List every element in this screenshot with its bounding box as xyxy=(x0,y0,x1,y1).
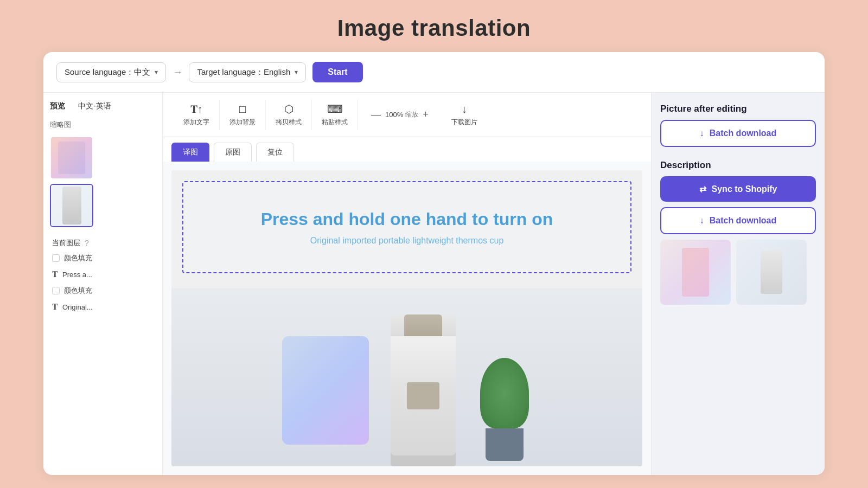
add-text-icon: 𝐓↑ xyxy=(190,103,203,115)
product-image-area xyxy=(171,288,642,466)
tab-original[interactable]: 原图 xyxy=(214,143,252,162)
top-bar: Source language：中文 ▾ → Target language：E… xyxy=(43,52,825,93)
thumbnail-container xyxy=(50,136,156,227)
add-background-tool[interactable]: □ 添加背景 xyxy=(220,100,266,130)
batch-download-1-label: Batch download xyxy=(710,129,777,138)
plant-pot xyxy=(486,428,524,461)
page-title: Image translation xyxy=(337,15,531,41)
source-language-label: Source language：中文 xyxy=(65,67,150,78)
layer-header: 当前图层 ? xyxy=(50,236,156,250)
source-language-chevron: ▾ xyxy=(155,68,158,76)
add-background-icon: □ xyxy=(239,103,246,115)
layer-color-fill-2-label: 颜色填充 xyxy=(64,286,92,296)
layer-color-fill-1-label: 颜色填充 xyxy=(64,253,92,263)
batch-download-button-1[interactable]: ↓ Batch download xyxy=(660,120,816,147)
canvas-area: Press and hold one hand to turn on Origi… xyxy=(163,162,651,475)
content-area: 预览 中文-英语 缩略图 xyxy=(43,93,825,475)
left-card-decoration xyxy=(282,336,369,445)
thumbnail-label: 缩略图 xyxy=(50,120,156,130)
zoom-controls: — 100% 缩放 + xyxy=(362,106,437,124)
download-tool[interactable]: ↓ 下载图片 xyxy=(442,100,487,130)
layer-text-2-label: Original... xyxy=(62,303,93,311)
start-button[interactable]: Start xyxy=(312,62,362,82)
copy-style-icon: ⬡ xyxy=(284,102,293,115)
picture-after-editing-section: Picture after editing ↓ Batch download xyxy=(660,104,816,147)
target-language-select[interactable]: Target language：English ▾ xyxy=(189,62,306,82)
thermos-body xyxy=(391,336,456,455)
mini-product-2 xyxy=(761,251,782,294)
left-panel: 预览 中文-英语 缩略图 xyxy=(43,93,163,475)
main-container: Source language：中文 ▾ → Target language：E… xyxy=(43,52,825,475)
target-language-label: Target language：English xyxy=(197,67,290,78)
zoom-in-button[interactable]: + xyxy=(420,109,431,120)
plant-leaves xyxy=(480,358,529,428)
thermos-bottle xyxy=(391,314,456,466)
picture-section-title: Picture after editing xyxy=(660,104,816,114)
copy-style-tool[interactable]: ⬡ 拷贝样式 xyxy=(266,99,312,130)
add-background-label: 添加背景 xyxy=(229,118,256,127)
tab-zh-en[interactable]: 中文-英语 xyxy=(78,101,111,111)
preview-thumbnails xyxy=(660,240,816,305)
zoom-level-display: 100% xyxy=(385,111,403,119)
sync-shopify-icon: ⇄ xyxy=(699,184,706,194)
layer-row-text-1[interactable]: 𝐓 Press a... xyxy=(50,266,156,282)
target-language-chevron: ▾ xyxy=(295,68,298,76)
thumbnail-1-image xyxy=(51,137,92,178)
layer-row-text-2[interactable]: 𝐓 Original... xyxy=(50,299,156,315)
sync-shopify-button[interactable]: ⇄ Sync to Shopify xyxy=(660,176,816,202)
layer-section: 当前图层 ? 颜色填充 𝐓 Press a... 颜色填充 xyxy=(50,236,156,315)
description-section: Description ⇄ Sync to Shopify ↓ Batch do… xyxy=(660,160,816,305)
batch-download-2-label: Batch download xyxy=(710,216,777,226)
zoom-out-button[interactable]: — xyxy=(369,109,383,120)
text-icon-2: 𝐓 xyxy=(52,302,58,312)
thumbnail-2-image xyxy=(51,185,92,226)
source-language-select[interactable]: Source language：中文 ▾ xyxy=(56,62,166,82)
text-icon-1: 𝐓 xyxy=(52,269,58,279)
tab-bar: 译图 原图 复位 xyxy=(163,137,651,162)
layer-header-text: 当前图层 xyxy=(52,238,80,248)
copy-style-label: 拷贝样式 xyxy=(276,118,302,127)
thermos-cap xyxy=(404,314,442,336)
preview-thumb-1[interactable] xyxy=(660,240,731,305)
batch-download-1-icon: ↓ xyxy=(700,129,704,138)
right-sidebar: Picture after editing ↓ Batch download D… xyxy=(651,93,825,475)
arrow-icon: → xyxy=(173,67,182,78)
help-icon[interactable]: ? xyxy=(85,239,89,247)
layer-checkbox-2[interactable] xyxy=(52,287,60,294)
selection-box: Press and hold one hand to turn on Origi… xyxy=(182,181,631,273)
mini-product-1 xyxy=(682,248,709,297)
tab-reset[interactable]: 复位 xyxy=(256,143,294,162)
layer-row-color-fill-2[interactable]: 颜色填充 xyxy=(50,282,156,299)
zoom-label: 缩放 xyxy=(405,110,418,119)
paste-style-tool[interactable]: ⌨ 粘贴样式 xyxy=(312,99,358,130)
plant-decoration xyxy=(477,358,532,466)
thumbnail-2[interactable] xyxy=(50,184,93,227)
thumbnail-1[interactable] xyxy=(50,136,93,179)
sync-shopify-label: Sync to Shopify xyxy=(712,184,777,194)
description-title: Description xyxy=(660,160,816,171)
panel-header: 预览 中文-英语 xyxy=(50,101,156,111)
thermos-detail xyxy=(407,382,439,409)
tab-preview[interactable]: 预览 xyxy=(50,101,65,111)
canvas-sub-text: Original imported portable lightweight t… xyxy=(310,236,504,246)
batch-download-button-2[interactable]: ↓ Batch download xyxy=(660,207,816,234)
download-label: 下载图片 xyxy=(451,118,477,127)
paste-style-label: 粘贴样式 xyxy=(322,118,348,127)
canvas-wrapper: 𝐓↑ 添加文字 □ 添加背景 ⬡ 拷贝样式 ⌨ 粘贴样式 — xyxy=(163,93,651,475)
layer-row-color-fill-1[interactable]: 颜色填充 xyxy=(50,250,156,266)
tab-translate[interactable]: 译图 xyxy=(171,143,209,162)
add-text-label: 添加文字 xyxy=(183,118,209,127)
download-icon: ↓ xyxy=(462,103,467,115)
add-text-tool[interactable]: 𝐓↑ 添加文字 xyxy=(174,100,220,130)
toolbar: 𝐓↑ 添加文字 □ 添加背景 ⬡ 拷贝样式 ⌨ 粘贴样式 — xyxy=(163,93,651,137)
layer-checkbox-1[interactable] xyxy=(52,254,60,262)
canvas-content: Press and hold one hand to turn on Origi… xyxy=(171,170,642,466)
preview-thumb-2[interactable] xyxy=(736,240,807,305)
paste-style-icon: ⌨ xyxy=(327,102,343,115)
canvas-main-text: Press and hold one hand to turn on xyxy=(261,209,553,229)
batch-download-2-icon: ↓ xyxy=(700,216,704,226)
layer-text-1-label: Press a... xyxy=(62,271,92,279)
